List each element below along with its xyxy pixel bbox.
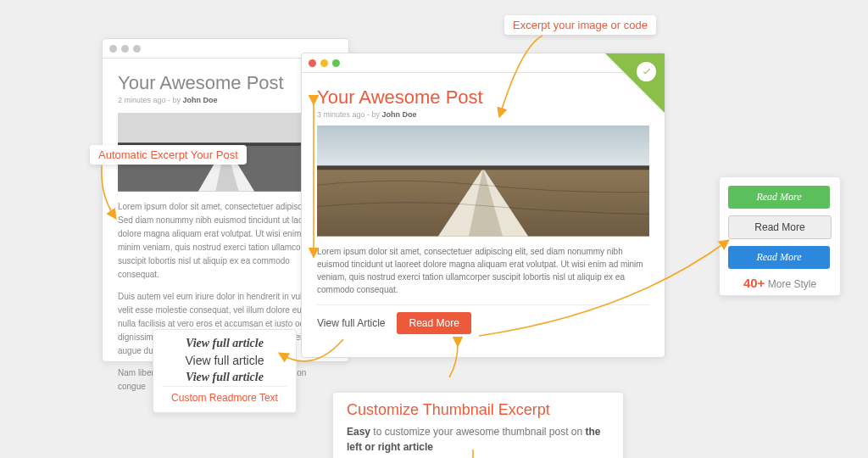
meta-time: 2 minutes ago [118, 96, 166, 104]
action-row: View full Article Read More [317, 312, 649, 334]
check-icon [637, 62, 656, 81]
thumbnail-callout: Customize Thumbnail Excerpt Easy to cust… [332, 392, 624, 458]
readmore-style-green[interactable]: Read More [728, 186, 830, 209]
svg-rect-9 [317, 165, 649, 170]
corner-ribbon [605, 53, 665, 113]
read-more-button[interactable]: Read More [397, 312, 470, 334]
readmore-style-blue[interactable]: Read More [728, 246, 830, 269]
readmore-variant-2: View full article [162, 352, 287, 369]
road-image-color [317, 126, 649, 237]
traffic-dot [121, 45, 129, 53]
traffic-dot [109, 45, 117, 53]
readmore-text-panel: View full article View full article View… [153, 329, 297, 413]
window-color-post: Your Awesome Post 3 minutes ago - by Joh… [301, 53, 665, 358]
divider [317, 304, 649, 305]
meta-author: John Doe [382, 110, 417, 119]
readmore-variant-3: View full article [162, 369, 287, 387]
post-meta: 3 minutes ago - by John Doe [317, 110, 649, 119]
callout-excerpt-image: Excerpt your image or code [504, 15, 656, 35]
more-styles: 40+ More Style [728, 276, 832, 290]
style-count: 40+ [743, 276, 765, 290]
traffic-dot [133, 45, 141, 53]
thumbnail-color [317, 126, 649, 237]
readmore-style-grey[interactable]: Read More [728, 215, 832, 239]
traffic-dot-max[interactable] [332, 59, 340, 67]
traffic-dot-close[interactable] [309, 59, 316, 67]
meta-by: by [173, 96, 181, 104]
readmore-variant-1: View full article [162, 335, 287, 352]
callout-auto-excerpt: Automatic Excerpt Your Post [90, 145, 247, 165]
meta-by: by [372, 110, 381, 119]
meta-author: John Doe [183, 96, 218, 104]
post-title: Your Awesome Post [317, 87, 649, 109]
custom-readmore-label: Custom Readmore Text [162, 387, 287, 405]
style-more-label: More Style [765, 278, 816, 290]
lorem-excerpt: Lorem ipsum dolor sit amet, consectetuer… [317, 245, 649, 296]
style-panel: Read More Read More Read More 40+ More S… [719, 176, 841, 296]
thumbnail-callout-title: Customize Thumbnail Excerpt [347, 401, 609, 419]
desc-bold1: Easy [347, 426, 370, 438]
thumbnail-callout-desc: Easy to customize your awesome thumbnail… [347, 424, 609, 455]
view-full-link[interactable]: View full Article [317, 317, 385, 329]
desc-mid: to customize your awesome thumbnail post… [370, 426, 585, 438]
traffic-dot-min[interactable] [320, 59, 328, 67]
meta-time: 3 minutes ago [317, 110, 365, 119]
svg-rect-5 [317, 126, 649, 168]
window-color-body: Your Awesome Post 3 minutes ago - by Joh… [302, 73, 665, 348]
